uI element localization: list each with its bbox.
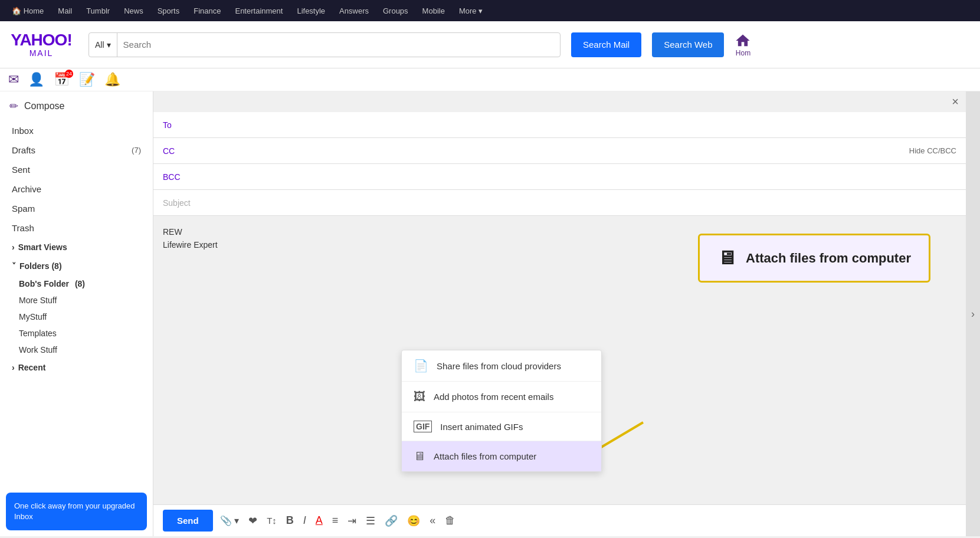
attach-photos-item[interactable]: 🖼 Add photos from recent emails (402, 382, 601, 412)
drafts-label: Drafts (12, 145, 35, 155)
yahoo-text: YAHOO! (11, 32, 71, 48)
compose-cc-field: CC Hide CC/BCC (153, 138, 966, 164)
nav-lifestyle[interactable]: Lifestyle (291, 4, 331, 18)
photos-label: Add photos from recent emails (434, 392, 553, 402)
sidebar-section-smart-views[interactable]: › Smart Views (0, 238, 153, 257)
nav-finance[interactable]: Finance (188, 4, 227, 18)
compose-bcc-field: BCC (153, 164, 966, 190)
align-icon[interactable]: ☰ (363, 512, 378, 530)
sidebar-section-recent[interactable]: › Recent (0, 358, 153, 377)
inbox-label: Inbox (12, 126, 34, 136)
sidebar-item-trash[interactable]: Trash (0, 218, 153, 238)
compose-body: REW Lifewire Expert 📄 Share files from c… (153, 216, 966, 504)
nav-home[interactable]: 🏠 🏠 HomeHome (6, 4, 50, 18)
sidebar: ✏ Compose Inbox Drafts (7) Sent Archive … (0, 91, 153, 536)
search-input[interactable] (117, 40, 560, 50)
sidebar-folder-templates[interactable]: Templates (0, 325, 153, 342)
attach-cloud-item[interactable]: 📄 Share files from cloud providers (402, 350, 601, 382)
nav-mobile[interactable]: Mobile (417, 4, 451, 18)
compose-to-field: To (153, 112, 966, 138)
sidebar-item-sent[interactable]: Sent (0, 160, 153, 179)
nav-groups[interactable]: Groups (377, 4, 414, 18)
subject-input[interactable] (191, 198, 956, 208)
search-filter-dropdown[interactable]: All ▾ (89, 33, 117, 57)
folder-mystuff-label: MyStuff (19, 312, 47, 322)
to-label: To (163, 120, 186, 130)
folders-label: Folders (8) (19, 261, 62, 271)
indent-icon[interactable]: ⇥ (345, 512, 359, 530)
gif-label: Insert animated GIFs (440, 422, 523, 432)
sidebar-folder-morestuff[interactable]: More Stuff (0, 292, 153, 309)
search-bar: All ▾ (89, 32, 561, 57)
search-web-button[interactable]: Search Web (652, 32, 724, 57)
notepad-icon[interactable]: 📝 (79, 72, 95, 87)
sidebar-folder-mystuff[interactable]: MyStuff (0, 309, 153, 325)
pencil-icon: ✏ (9, 100, 18, 113)
upgrade-banner[interactable]: One click away from your upgraded Inbox (6, 493, 147, 530)
nav-entertainment[interactable]: Entertainment (229, 4, 289, 18)
nav-news[interactable]: News (118, 4, 149, 18)
upgrade-text: One click away from your upgraded Inbox (14, 501, 135, 521)
recent-label: Recent (18, 363, 46, 372)
font-color-icon[interactable]: A (313, 512, 325, 529)
nav-answers[interactable]: Answers (333, 4, 375, 18)
mail-text: MAIL (30, 48, 54, 58)
computer-label: Attach files from computer (434, 451, 536, 461)
folder-templates-label: Templates (19, 329, 57, 338)
attach-highlight-box: 🖥 Attach files from computer (698, 234, 930, 283)
send-button[interactable]: Send (163, 510, 213, 532)
folder-bobs-label: Bob's Folder (19, 279, 69, 288)
photos-icon: 🖼 (414, 390, 425, 404)
emoji-icon[interactable]: 😊 (405, 512, 422, 530)
attach-computer-item[interactable]: 🖥 Attach files from computer (402, 441, 601, 471)
sidebar-item-archive[interactable]: Archive (0, 179, 153, 199)
header: YAHOO! MAIL All ▾ Search Mail Search Web… (0, 21, 980, 68)
folder-workstuff-label: Work Stuff (19, 345, 57, 355)
folders-arrow: ˅ (12, 261, 16, 271)
delete-icon[interactable]: 🗑 (443, 512, 458, 529)
nav-more[interactable]: More ▾ (453, 4, 489, 18)
list-icon[interactable]: ≡ (330, 512, 341, 529)
search-mail-button[interactable]: Search Mail (571, 32, 641, 57)
nav-sports[interactable]: Sports (152, 4, 186, 18)
chevron-down-icon: ▾ (107, 40, 111, 50)
sidebar-item-spam[interactable]: Spam (0, 199, 153, 218)
archive-label: Archive (12, 184, 41, 194)
attach-dropdown-menu: 📄 Share files from cloud providers 🖼 Add… (401, 350, 602, 472)
nav-mail[interactable]: Mail (52, 4, 78, 18)
contacts-icon[interactable]: 👤 (28, 72, 44, 87)
home-label: Hom (736, 49, 750, 57)
save-draft-icon[interactable]: ❤ (246, 512, 260, 530)
compose-panel: × To CC Hide CC/BCC BCC Subject REW Lif (153, 91, 966, 536)
notification-icon[interactable]: 🔔 (104, 72, 120, 87)
bcc-input[interactable] (186, 172, 956, 182)
compose-button[interactable]: ✏ Compose (0, 91, 153, 121)
nav-tumblr[interactable]: Tumblr (80, 4, 116, 18)
home-icon-button[interactable]: Hom (735, 32, 751, 57)
quote-icon[interactable]: « (427, 512, 438, 529)
hide-cc-bcc-link[interactable]: Hide CC/BCC (909, 146, 956, 155)
sidebar-folder-bobs[interactable]: Bob's Folder (8) (0, 275, 153, 292)
calendar-icon[interactable]: 📅 24 (54, 72, 70, 87)
highlight-computer-icon: 🖥 (717, 247, 736, 269)
link-icon[interactable]: 🔗 (382, 512, 400, 530)
highlight-text: Attach files from computer (746, 251, 911, 266)
font-size-icon[interactable]: T↕ (264, 513, 279, 528)
bold-icon[interactable]: B (284, 512, 296, 529)
sidebar-item-inbox[interactable]: Inbox (0, 121, 153, 140)
mail-icon[interactable]: ✉ (8, 72, 19, 87)
italic-icon[interactable]: I (301, 512, 309, 529)
compose-close-button[interactable]: × (952, 95, 959, 109)
to-input[interactable] (186, 120, 956, 130)
sidebar-section-folders[interactable]: ˅ Folders (8) (0, 257, 153, 275)
attach-gif-item[interactable]: GIF Insert animated GIFs (402, 412, 601, 441)
attach-icon[interactable]: 📎 ▾ (218, 513, 241, 529)
compose-topbar: × (153, 91, 966, 112)
sidebar-folder-workstuff[interactable]: Work Stuff (0, 342, 153, 358)
right-panel-toggle[interactable]: › (966, 91, 980, 536)
sent-label: Sent (12, 165, 30, 175)
cc-input[interactable] (186, 146, 909, 156)
main-layout: ✏ Compose Inbox Drafts (7) Sent Archive … (0, 91, 980, 536)
sidebar-item-drafts[interactable]: Drafts (7) (0, 140, 153, 160)
calendar-badge: 24 (65, 70, 73, 78)
